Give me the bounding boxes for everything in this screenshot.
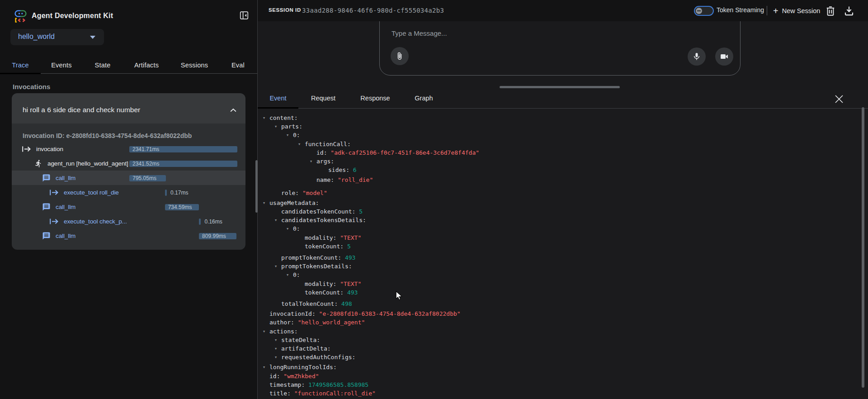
collapse-toggle-icon[interactable]: ▼ — [287, 131, 288, 140]
json-key: tokenCount: — [305, 289, 344, 296]
new-session-button[interactable]: + New Session — [773, 5, 820, 16]
json-key: promptTokensDetails: — [281, 263, 352, 270]
collapse-toggle-icon[interactable]: ▼ — [275, 216, 277, 225]
app-title: Agent Development Kit — [32, 12, 113, 20]
session-id-value: 33aad288-9846-46f6-980d-cf555034a2b3 — [302, 7, 444, 14]
agent-select[interactable]: hello_world — [10, 29, 104, 45]
json-key: id: — [316, 149, 327, 156]
collapse-toggle-icon[interactable]: ▼ — [287, 271, 288, 280]
trace-span-row[interactable]: call_llm809.99ms — [12, 228, 245, 243]
sidebar-tab-artifacts[interactable]: Artifacts — [123, 54, 170, 74]
agent-select-value: hello_world — [18, 33, 55, 41]
detail-tab-event[interactable]: Event — [258, 90, 298, 109]
sidebar-tab-trace[interactable]: Trace — [0, 54, 41, 74]
collapse-toggle-icon[interactable]: ▼ — [275, 123, 277, 131]
token-streaming-label: Token Streaming — [717, 6, 764, 14]
json-key: candidatesTokenCount: — [281, 208, 355, 215]
json-string-value: "model" — [302, 190, 327, 196]
session-id-label: SESSION ID — [269, 7, 301, 13]
json-key: 0: — [293, 271, 300, 278]
sidebar-tab-eval[interactable]: Eval — [219, 54, 257, 74]
collapse-toggle-icon[interactable]: ▼ — [263, 199, 265, 208]
json-string-value: "TEXT" — [340, 234, 361, 241]
json-node: totalTokenCount: 498 — [281, 299, 868, 308]
collapse-toggle-icon[interactable]: ▼ — [275, 336, 277, 345]
enter-icon — [22, 146, 31, 152]
json-node: tokenCount: 493 — [305, 288, 868, 297]
json-node: ▼promptTokensDetails:▼0:modality: "TEXT"… — [281, 262, 868, 299]
trace-span-row[interactable]: invocation2341.71ms — [12, 142, 245, 156]
message-input-placeholder: Type a Message... — [392, 29, 447, 37]
collapse-toggle-icon[interactable]: ▼ — [298, 140, 300, 149]
json-string-value: "e-2808fd10-6383-4754-8de4-632af8022dbb" — [319, 310, 461, 317]
json-number-value: 493 — [347, 289, 358, 296]
detail-scrollbar-thumb[interactable] — [862, 107, 864, 388]
detail-tabs: EventRequestResponseGraph — [258, 90, 868, 109]
mic-button[interactable] — [688, 48, 706, 66]
span-duration-label: 0.17ms — [170, 190, 188, 196]
chat-icon — [42, 232, 51, 240]
json-node: id: "adk-caf25106-f0c7-451f-86e4-3c6d7e8… — [316, 148, 868, 157]
collapse-toggle-icon[interactable]: ▼ — [263, 328, 265, 336]
sidebar-tab-state[interactable]: State — [82, 54, 123, 74]
json-number-value: 1749586585.858985 — [308, 381, 368, 388]
json-key: longRunningToolIds: — [269, 364, 337, 370]
json-string-value: "wmZhkbed" — [283, 373, 319, 380]
detail-tab-response[interactable]: Response — [348, 90, 402, 109]
span-duration-bar — [199, 218, 201, 225]
json-node: modality: "TEXT" — [305, 233, 868, 242]
json-node: candidatesTokenCount: 5 — [281, 207, 868, 216]
chat-icon — [42, 203, 51, 211]
collapse-toggle-icon[interactable]: ▼ — [263, 114, 265, 123]
json-key: candidatesTokensDetails: — [281, 217, 366, 223]
collapse-toggle-icon[interactable]: ▼ — [263, 363, 265, 372]
collapse-toggle-icon[interactable]: ▼ — [310, 157, 312, 166]
attach-file-button[interactable] — [391, 47, 409, 65]
enter-icon — [50, 218, 59, 224]
trace-span-row[interactable]: execute_tool check_p...0.16ms — [12, 214, 245, 228]
trace-span-row[interactable]: agent_run [hello_world_agent]2341.52ms — [12, 156, 245, 171]
download-session-icon[interactable] — [844, 5, 854, 16]
mouse-cursor — [396, 291, 403, 301]
json-node: ▼usageMetadata:candidatesTokenCount: 5▼c… — [269, 199, 868, 309]
delete-session-icon[interactable] — [825, 5, 836, 16]
collapse-toggle-icon[interactable]: ▼ — [275, 345, 277, 353]
detail-tab-graph[interactable]: Graph — [402, 90, 445, 109]
collapse-toggle-icon[interactable]: ▼ — [287, 225, 288, 233]
invocation-card-header[interactable]: hi roll a 6 side dice and check number — [12, 93, 245, 124]
main-panel: SESSION ID 33aad288-9846-46f6-980d-cf555… — [258, 0, 868, 399]
span-name: agent_run [hello_world_agent] — [47, 160, 128, 167]
json-key: sides: — [328, 166, 349, 173]
session-topbar: SESSION ID 33aad288-9846-46f6-980d-cf555… — [258, 0, 868, 21]
json-key: id: — [269, 373, 280, 380]
token-streaming-toggle[interactable] — [694, 6, 714, 16]
chat-horizontal-scrollbar-thumb[interactable] — [500, 86, 620, 88]
collapse-panel-icon[interactable] — [239, 10, 251, 22]
event-json-viewer: ▼content:▼parts:▼0:▼functionCall:id: "ad… — [258, 109, 868, 399]
sidebar-tab-sessions[interactable]: Sessions — [170, 54, 219, 74]
json-node: ▼0:modality: "TEXT"tokenCount: 493 — [293, 271, 868, 298]
sidebar-tab-events[interactable]: Events — [41, 54, 82, 74]
adk-logo-icon — [14, 10, 27, 23]
invocation-card-body: Invocation ID: e-2808fd10-6383-4754-8de4… — [12, 124, 245, 250]
detail-tab-request[interactable]: Request — [298, 90, 348, 109]
json-key: author: — [269, 319, 294, 326]
chevron-up-icon[interactable] — [229, 106, 238, 115]
span-duration-label: 734.59ms — [168, 204, 192, 210]
json-string-value: "functionCall:roll_die" — [294, 390, 376, 397]
trace-span-row[interactable]: execute_tool roll_die0.17ms — [12, 185, 245, 200]
json-key: tokenCount: — [305, 243, 344, 250]
json-number-value: 5 — [359, 208, 363, 215]
new-session-label: New Session — [782, 7, 821, 14]
span-name: call_llm — [56, 233, 75, 239]
trace-span-row[interactable]: call_llm795.05ms — [12, 171, 245, 185]
json-string-value: "TEXT" — [340, 280, 361, 287]
json-node: ▼stateDelta: — [281, 336, 868, 344]
json-node: role: "model" — [281, 189, 868, 197]
json-key: content: — [269, 114, 298, 121]
close-icon[interactable] — [833, 93, 845, 105]
collapse-toggle-icon[interactable]: ▼ — [275, 353, 277, 362]
camera-button[interactable] — [715, 48, 733, 66]
trace-span-row[interactable]: call_llm734.59ms — [12, 200, 245, 214]
collapse-toggle-icon[interactable]: ▼ — [275, 262, 277, 271]
